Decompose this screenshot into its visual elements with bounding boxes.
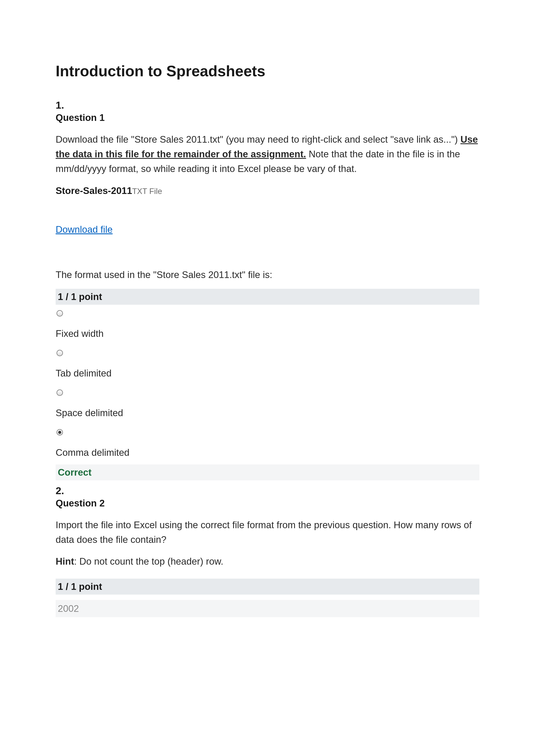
hint-text-body: : Do not count the top (header) row.	[74, 556, 223, 567]
q2-answer-input[interactable]: 2002	[56, 600, 479, 617]
file-attachment: Store-Sales-2011TXT File	[56, 185, 479, 196]
q1-text-before: Download the file "Store Sales 2011.txt"…	[56, 134, 461, 145]
q1-label: Question 1	[56, 112, 479, 123]
page-title: Introduction to Spreadsheets	[56, 63, 479, 80]
radio-icon[interactable]	[56, 310, 63, 316]
file-type: TXT File	[132, 187, 162, 196]
download-file-link[interactable]: Download file	[56, 224, 113, 235]
option-label: Space delimited	[56, 408, 479, 418]
q1-option-4[interactable]: Comma delimited	[56, 429, 479, 458]
file-name: Store-Sales-2011	[56, 185, 132, 196]
q1-correct-indicator: Correct	[56, 464, 479, 480]
option-label: Fixed width	[56, 328, 479, 339]
q2-label: Question 2	[56, 498, 479, 509]
q1-number: 1.	[56, 99, 479, 111]
q1-description: Download the file "Store Sales 2011.txt"…	[56, 132, 479, 176]
q1-option-2[interactable]: Tab delimited	[56, 350, 479, 379]
q1-option-1[interactable]: Fixed width	[56, 310, 479, 339]
q2-number: 2.	[56, 485, 479, 497]
hint-label: Hint	[56, 556, 74, 567]
q2-text: Import the file into Excel using the cor…	[56, 518, 479, 547]
q2-points: 1 / 1 point	[56, 579, 479, 595]
q2-hint: Hint: Do not count the top (header) row.	[56, 556, 479, 567]
q1-option-3[interactable]: Space delimited	[56, 390, 479, 418]
radio-icon[interactable]	[56, 390, 63, 396]
option-label: Comma delimited	[56, 447, 479, 458]
option-label: Tab delimited	[56, 368, 479, 379]
q1-prompt: The format used in the "Store Sales 2011…	[56, 269, 479, 280]
radio-icon-selected[interactable]	[56, 429, 63, 436]
q1-points: 1 / 1 point	[56, 289, 479, 305]
radio-icon[interactable]	[56, 350, 63, 356]
